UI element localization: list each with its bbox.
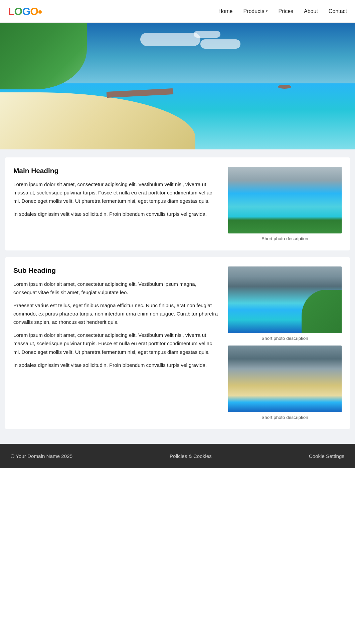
section-1-photo-caption: Short photo description (261, 236, 308, 241)
section-1-card: Main Heading Lorem ipsum dolor sit amet,… (5, 157, 350, 250)
content-area: Main Heading Lorem ipsum dolor sit amet,… (0, 149, 355, 444)
footer-copyright: © Your Domain Name 2025 (11, 453, 72, 459)
section-1-heading: Main Heading (13, 167, 219, 175)
nav-item-contact[interactable]: Contact (329, 8, 347, 14)
logo[interactable]: LOGO (8, 6, 42, 17)
nav-item-prices[interactable]: Prices (279, 8, 293, 14)
navigation: LOGO Home Products ▾ Prices About Contac… (0, 0, 355, 23)
section-2-photo-block-1: Short photo description (228, 266, 342, 341)
section-1-text: Main Heading Lorem ipsum dolor sit amet,… (13, 167, 219, 218)
section-2-para-4: In sodales dignissim velit vitae sollici… (13, 361, 219, 369)
section-2-card: Sub Heading Lorem ipsum dolor sit amet, … (5, 257, 350, 429)
hero-island (278, 85, 291, 89)
nav-item-products[interactable]: Products ▾ (243, 8, 268, 14)
section-1-para-2: In sodales dignissim velit vitae sollici… (13, 210, 219, 218)
hero-image (0, 23, 355, 149)
section-2-photo-caption-2: Short photo description (261, 415, 308, 420)
section-1-photo (228, 167, 342, 233)
section-2-images: Short photo description Short photo desc… (228, 266, 342, 420)
section-2-photo-caption-1: Short photo description (261, 336, 308, 341)
nav-links: Home Products ▾ Prices About Contact (218, 8, 347, 14)
section-1-images: Short photo description (228, 167, 342, 241)
section-2-para-3: Lorem ipsum dolor sit amet, consectetur … (13, 331, 219, 356)
hero-cloud-3 (194, 31, 220, 38)
logo-dot (38, 10, 42, 14)
hero-cloud-1 (140, 33, 200, 46)
section-2-photo-block-2: Short photo description (228, 346, 342, 420)
section-1-para-1: Lorem ipsum dolor sit amet, consectetur … (13, 180, 219, 205)
section-2-para-1: Lorem ipsum dolor sit amet, consectetur … (13, 280, 219, 296)
chevron-down-icon: ▾ (266, 9, 268, 13)
section-2-text: Sub Heading Lorem ipsum dolor sit amet, … (13, 266, 219, 369)
footer-cookie-settings-link[interactable]: Cookie Settings (309, 453, 344, 459)
footer-policies-link[interactable]: Policies & Cookies (170, 453, 212, 459)
section-2-para-2: Praesent varius est tellus, eget finibus… (13, 301, 219, 326)
section-2-heading: Sub Heading (13, 266, 219, 274)
section-2-photo-2 (228, 346, 342, 412)
hero-cloud-2 (200, 39, 240, 49)
footer: © Your Domain Name 2025 Policies & Cooki… (0, 444, 355, 468)
section-1-photo-block: Short photo description (228, 167, 342, 241)
section-2-photo-1 (228, 266, 342, 333)
nav-item-about[interactable]: About (304, 8, 318, 14)
nav-item-home[interactable]: Home (218, 8, 233, 14)
